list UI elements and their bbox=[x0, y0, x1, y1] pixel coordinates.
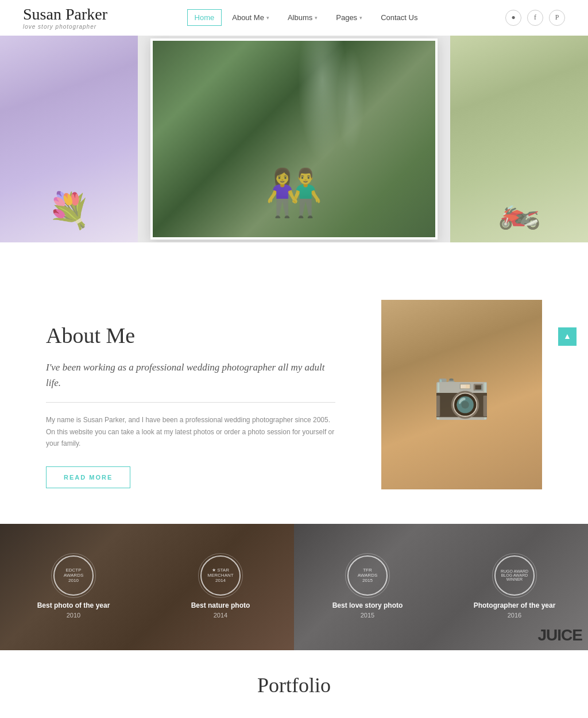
chevron-down-icon: ▾ bbox=[315, 15, 318, 21]
award-medallion-3: TFR AWARDS 2015 bbox=[347, 555, 388, 596]
portfolio-section: Portfolio bbox=[0, 650, 588, 709]
award-badge-1: EDCTP AWARDS 2010 bbox=[64, 568, 84, 583]
nav-contact[interactable]: Contact Us bbox=[373, 9, 425, 26]
nav-albums[interactable]: Albums ▾ bbox=[280, 9, 326, 26]
award-medallion-4: RUGO AWARD BLOG AWARD WINNER bbox=[494, 555, 535, 596]
award-item-4: RUGO AWARD BLOG AWARD WINNER Photographe… bbox=[450, 555, 579, 619]
chevron-down-icon: ▾ bbox=[359, 15, 362, 21]
site-header: Susan Parker love story photographer Hom… bbox=[0, 0, 588, 36]
award-badge-3: TFR AWARDS 2015 bbox=[358, 568, 378, 583]
about-text-block: About Me I've been working as a professi… bbox=[46, 300, 335, 489]
award-item-3: TFR AWARDS 2015 Best love story photo 20… bbox=[303, 555, 432, 619]
award-medallion-2: ★ STAR MERCHANT 2014 bbox=[200, 555, 241, 596]
award-name-3: Best love story photo bbox=[332, 601, 403, 609]
award-year-3: 2015 bbox=[361, 612, 374, 619]
about-description: My name is Susan Parker, and I have been… bbox=[46, 414, 335, 449]
read-more-button[interactable]: READ MORE bbox=[46, 466, 130, 488]
pinterest-icon[interactable]: P bbox=[549, 10, 565, 26]
about-section: About Me I've been working as a professi… bbox=[0, 277, 588, 512]
site-name: Susan Parker bbox=[23, 6, 107, 24]
motorcycle-girls-image bbox=[450, 36, 588, 242]
award-medallion-1: EDCTP AWARDS 2010 bbox=[53, 555, 94, 596]
bride-flowers-image bbox=[0, 36, 138, 242]
slide-center bbox=[150, 38, 438, 240]
instagram-icon[interactable]: ● bbox=[505, 10, 521, 26]
slide-right bbox=[450, 36, 588, 242]
social-links: ● f P bbox=[505, 10, 565, 26]
nav-home[interactable]: Home bbox=[187, 9, 222, 26]
site-tagline: love story photographer bbox=[23, 24, 107, 30]
main-nav: Home About Me ▾ Albums ▾ Pages ▾ Contact… bbox=[187, 9, 426, 26]
about-tagline: I've been working as a professional wedd… bbox=[46, 360, 335, 403]
award-year-4: 2016 bbox=[508, 612, 521, 619]
award-badge-4: RUGO AWARD BLOG AWARD WINNER bbox=[501, 569, 528, 581]
award-item-2: ★ STAR MERCHANT 2014 Best nature photo 2… bbox=[156, 555, 285, 619]
photographer-photo bbox=[381, 300, 542, 489]
award-badge-2: ★ STAR MERCHANT 2014 bbox=[207, 568, 233, 583]
awards-overlay: EDCTP AWARDS 2010 Best photo of the year… bbox=[0, 524, 588, 650]
portfolio-title: Portfolio bbox=[0, 673, 588, 697]
nav-about[interactable]: About Me ▾ bbox=[224, 9, 277, 26]
logo[interactable]: Susan Parker love story photographer bbox=[23, 6, 107, 30]
awards-section: JUICE EDCTP AWARDS 2010 Best photo of th… bbox=[0, 524, 588, 650]
couple-waterfall-image bbox=[153, 41, 435, 237]
award-year-2: 2014 bbox=[214, 612, 227, 619]
facebook-icon[interactable]: f bbox=[527, 10, 543, 26]
slide-left bbox=[0, 36, 138, 242]
chevron-down-icon: ▾ bbox=[266, 15, 269, 21]
nav-pages[interactable]: Pages ▾ bbox=[328, 9, 370, 26]
award-item-1: EDCTP AWARDS 2010 Best photo of the year… bbox=[9, 555, 138, 619]
award-name-1: Best photo of the year bbox=[37, 601, 110, 609]
hero-slider bbox=[0, 36, 588, 242]
about-image bbox=[381, 300, 542, 489]
scroll-up-button[interactable]: ▲ bbox=[558, 327, 577, 346]
about-title: About Me bbox=[46, 323, 335, 348]
award-name-4: Photographer of the year bbox=[474, 601, 556, 609]
award-name-2: Best nature photo bbox=[191, 601, 250, 609]
award-year-1: 2010 bbox=[67, 612, 80, 619]
